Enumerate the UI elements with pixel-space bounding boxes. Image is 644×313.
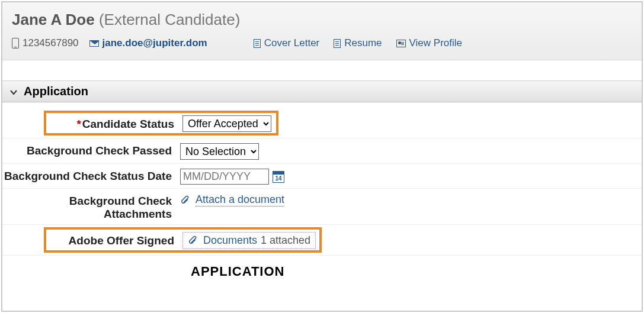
cover-letter-link[interactable]: Cover Letter bbox=[254, 37, 320, 49]
resume-label: Resume bbox=[344, 37, 382, 49]
calendar-icon[interactable]: 14 bbox=[273, 171, 284, 183]
row-candidate-status: *Candidate Status Offer Accepted bbox=[2, 108, 642, 138]
adobe-offer-label: Adobe Offer Signed bbox=[47, 232, 182, 247]
required-marker: * bbox=[76, 118, 81, 130]
section-application-header[interactable]: Application bbox=[2, 80, 642, 102]
documents-link[interactable]: Documents bbox=[203, 234, 257, 247]
section-title: Application bbox=[24, 85, 88, 98]
row-application-heading: APPLICATION bbox=[2, 255, 642, 283]
documents-attached-box[interactable]: Documents 1 attached bbox=[182, 232, 316, 249]
resume-link[interactable]: Resume bbox=[334, 37, 382, 49]
email-link[interactable]: jane.doe@jupiter.dom bbox=[89, 37, 207, 49]
phone-block: 1234567890 bbox=[12, 37, 79, 49]
view-profile-link[interactable]: View Profile bbox=[396, 37, 462, 49]
candidate-status-label: Candidate Status bbox=[82, 118, 174, 130]
view-profile-label: View Profile bbox=[409, 37, 462, 49]
highlight-candidate-status: *Candidate Status Offer Accepted bbox=[45, 112, 277, 134]
documents-count: 1 attached bbox=[261, 234, 310, 247]
bg-check-date-label: Background Check Status Date bbox=[2, 167, 180, 183]
chevron-down-icon bbox=[9, 88, 18, 96]
candidate-name-row: Jane A Doe (External Candidate) bbox=[12, 11, 632, 29]
row-bg-check-date: Background Check Status Date 14 bbox=[2, 163, 642, 188]
profile-icon bbox=[396, 40, 406, 47]
bg-check-passed-select[interactable]: No Selection bbox=[180, 143, 259, 160]
bg-check-attach-label: Background Check Attachments bbox=[2, 192, 180, 221]
bg-check-passed-label: Background Check Passed bbox=[2, 142, 180, 157]
row-bg-check-attach: Background Check Attachments Attach a do… bbox=[2, 188, 642, 224]
paperclip-icon bbox=[188, 235, 198, 246]
application-heading: APPLICATION bbox=[191, 264, 284, 279]
bg-check-date-input[interactable] bbox=[180, 169, 269, 185]
email-text: jane.doe@jupiter.dom bbox=[102, 37, 207, 49]
highlight-adobe-offer: Adobe Offer Signed Documents 1 attached bbox=[45, 228, 321, 251]
document-icon bbox=[334, 39, 341, 48]
candidate-name: Jane A Doe bbox=[12, 11, 95, 28]
phone-icon bbox=[12, 38, 19, 49]
candidate-status-select[interactable]: Offer Accepted bbox=[182, 115, 271, 132]
attach-document-link[interactable]: Attach a document bbox=[196, 193, 284, 206]
envelope-icon bbox=[89, 40, 99, 47]
candidate-header: Jane A Doe (External Candidate) 12345678… bbox=[2, 2, 642, 60]
candidate-subtitle: (External Candidate) bbox=[99, 11, 240, 28]
document-icon bbox=[254, 39, 261, 48]
paperclip-icon bbox=[180, 195, 191, 205]
row-bg-check-passed: Background Check Passed No Selection bbox=[2, 138, 642, 163]
row-adobe-offer: Adobe Offer Signed Documents 1 attached bbox=[2, 224, 642, 255]
phone-number: 1234567890 bbox=[23, 37, 79, 49]
cover-letter-label: Cover Letter bbox=[264, 37, 320, 49]
